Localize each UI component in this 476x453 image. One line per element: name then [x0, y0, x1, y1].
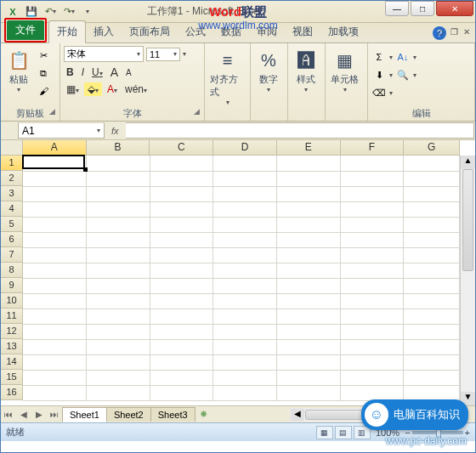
scroll-left-icon[interactable]: ◀ [291, 409, 304, 421]
group-alignment-label [208, 109, 246, 121]
formula-bar[interactable] [126, 122, 474, 139]
clipboard-launcher-icon[interactable]: ◢ [49, 107, 55, 116]
group-clipboard-label: 剪贴板◢ [4, 106, 56, 121]
row-header-3[interactable]: 3 [1, 186, 23, 201]
column-header-F[interactable]: F [341, 140, 405, 156]
alignment-label: 对齐方式 [210, 73, 245, 99]
alignment-button[interactable]: ≡ 对齐方式 ▾ [208, 46, 246, 108]
row-header-12[interactable]: 12 [1, 324, 23, 339]
format-painter-icon[interactable]: 🖌 [36, 83, 51, 99]
italic-button[interactable]: I [79, 65, 87, 79]
paste-button[interactable]: 📋 粘贴 ▾ [4, 46, 33, 95]
row-header-9[interactable]: 9 [1, 278, 23, 293]
group-cells: ▦ 单元格 ▾ [326, 43, 368, 121]
decrease-font-button[interactable]: A [123, 67, 134, 78]
active-cell[interactable] [22, 155, 85, 169]
sheet-tab-sheet1[interactable]: Sheet1 [62, 407, 107, 422]
minimize-button[interactable]: — [385, 1, 409, 16]
row-header-16[interactable]: 16 [1, 385, 23, 400]
zoom-slider[interactable] [412, 431, 463, 434]
cells-area[interactable] [23, 156, 460, 405]
window-controls: — □ ✕ [383, 1, 473, 16]
scroll-up-icon[interactable]: ▲ [461, 156, 475, 169]
scroll-thumb-vertical[interactable] [462, 169, 473, 271]
sheet-tab-sheet2[interactable]: Sheet2 [106, 407, 151, 422]
fx-icon[interactable]: fx [105, 122, 126, 139]
column-header-G[interactable]: G [404, 140, 460, 156]
font-color-button[interactable]: A▾ [105, 82, 120, 96]
brand-logo-icon: ☺ [365, 403, 388, 427]
tab-addins[interactable]: 加载项 [320, 21, 366, 42]
sheet-nav-prev-icon[interactable]: ◀ [16, 410, 31, 419]
vertical-scrollbar[interactable]: ▲ ▼ [460, 156, 475, 405]
redo-icon[interactable]: ↷▾ [60, 3, 77, 20]
bold-button[interactable]: B [64, 65, 76, 79]
column-header-A[interactable]: A [23, 140, 87, 156]
sheet-nav-first-icon[interactable]: ⏮ [1, 410, 16, 419]
name-box[interactable]: A1▾ [18, 122, 105, 139]
number-format-button[interactable]: % 数字 ▾ [254, 46, 283, 95]
row-header-4[interactable]: 4 [1, 201, 23, 217]
font-launcher-icon[interactable]: ◢ [194, 107, 200, 116]
tab-data[interactable]: 数据 [213, 21, 249, 42]
column-header-B[interactable]: B [87, 140, 150, 156]
cells-button[interactable]: ▦ 单元格 ▾ [329, 46, 360, 95]
sheet-tab-sheet3[interactable]: Sheet3 [150, 407, 196, 422]
paste-label: 粘贴 [9, 73, 28, 86]
row-header-7[interactable]: 7 [1, 247, 23, 263]
copy-icon[interactable]: ⧉ [36, 65, 51, 81]
tab-formulas[interactable]: 公式 [178, 21, 213, 42]
styles-button[interactable]: 🅰 样式 ▾ [292, 46, 320, 95]
underline-button[interactable]: U▾ [89, 65, 105, 79]
view-normal-icon[interactable]: ▦ [316, 426, 333, 439]
row-header-15[interactable]: 15 [1, 370, 23, 385]
cells-icon: ▦ [332, 48, 358, 73]
cut-icon[interactable]: ✂ [36, 48, 51, 63]
autosum-icon[interactable]: Σ [371, 49, 387, 65]
row-header-1[interactable]: 1 [1, 156, 23, 171]
clear-icon[interactable]: ⌫ [371, 85, 387, 100]
new-sheet-icon[interactable]: ✸ [195, 409, 213, 420]
font-size-stepper[interactable]: ▾ [183, 50, 186, 58]
fill-icon[interactable]: ⬇ [371, 67, 387, 82]
font-size-combo[interactable]: 11▾ [146, 48, 180, 61]
row-headers: 12345678910111213141516 [1, 156, 23, 400]
tab-insert[interactable]: 插入 [86, 21, 122, 42]
row-header-13[interactable]: 13 [1, 339, 23, 354]
sheet-nav-next-icon[interactable]: ▶ [31, 410, 47, 419]
sheet-nav-last-icon[interactable]: ⏭ [47, 410, 62, 419]
doc-restore-icon[interactable]: ❐ [449, 26, 459, 37]
tab-page-layout[interactable]: 页面布局 [122, 21, 178, 42]
fill-handle[interactable] [83, 167, 88, 172]
fill-color-button[interactable]: ⬙▾ [84, 82, 102, 96]
tab-home[interactable]: 开始 [48, 20, 86, 43]
border-button[interactable]: ▦▾ [64, 82, 82, 96]
row-header-10[interactable]: 10 [1, 293, 23, 309]
group-editing: Σ▾ A↓▾ ⬇▾ 🔍▾ ⌫▾ 编辑 [368, 43, 475, 121]
row-header-8[interactable]: 8 [1, 263, 23, 278]
doc-close-icon[interactable]: ✕ [462, 26, 472, 37]
row-header-5[interactable]: 5 [1, 217, 23, 232]
column-header-D[interactable]: D [213, 140, 277, 156]
font-family-combo[interactable]: 宋体▾ [64, 46, 144, 62]
column-header-E[interactable]: E [277, 140, 341, 156]
tab-review[interactable]: 审阅 [249, 21, 285, 42]
close-button[interactable]: ✕ [436, 1, 473, 16]
tab-view[interactable]: 视图 [285, 21, 320, 42]
file-tab[interactable]: 文件 [7, 20, 44, 40]
sort-filter-icon[interactable]: A↓ [395, 49, 411, 65]
ribbon-minimize-icon[interactable]: ◇ [436, 26, 446, 37]
phonetic-button[interactable]: wén▾ [122, 82, 150, 96]
row-header-2[interactable]: 2 [1, 171, 23, 186]
qat-customize-icon[interactable]: ▾ [79, 3, 96, 20]
worksheet-grid: ABCDEFG 12345678910111213141516 ▲ ▼ [1, 140, 475, 405]
view-page-layout-icon[interactable]: ▤ [335, 426, 352, 439]
row-header-6[interactable]: 6 [1, 232, 23, 247]
maximize-button[interactable]: □ [411, 1, 434, 16]
find-icon[interactable]: 🔍 [395, 67, 411, 82]
row-header-14[interactable]: 14 [1, 354, 23, 370]
select-all-corner[interactable] [1, 140, 23, 156]
increase-font-button[interactable]: A [108, 65, 121, 80]
column-header-C[interactable]: C [150, 140, 213, 156]
row-header-11[interactable]: 11 [1, 309, 23, 324]
